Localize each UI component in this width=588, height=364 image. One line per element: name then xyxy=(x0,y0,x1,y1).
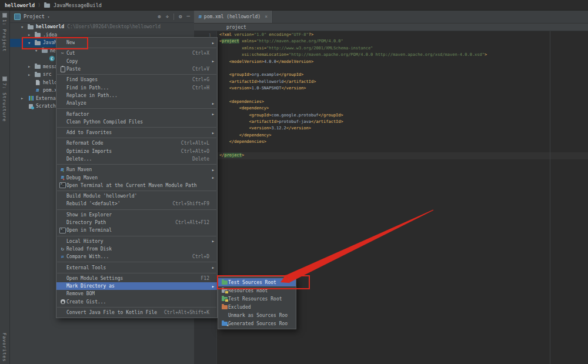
compare-icon: ⇄ xyxy=(59,253,66,260)
undefined-icon xyxy=(59,201,66,207)
scratch-icon xyxy=(27,103,34,109)
menu-item-reformat-code[interactable]: Reformat CodeCtrl+Alt+L xyxy=(56,139,217,147)
locate-file-icon[interactable]: ⊕ xyxy=(158,14,161,19)
project-panel-title[interactable]: Project xyxy=(24,14,45,19)
menu-item-label: Optimize Imports xyxy=(66,149,112,154)
code-line: </dependency> xyxy=(219,132,588,139)
menu-item-external-tools[interactable]: External Tools▶ xyxy=(56,263,217,271)
code-line: <artifactId>protobuf-java</artifactId> xyxy=(219,119,588,125)
menu-item-remove-bom[interactable]: Remove BOM xyxy=(56,290,217,298)
menu-item-replace-in-path[interactable]: Replace in Path... xyxy=(56,92,217,99)
menu-item-label: Test Sources Root xyxy=(228,280,276,285)
submenu-arrow-icon: ▶ xyxy=(209,131,214,135)
menu-item-label: Excluded xyxy=(228,305,251,310)
menu-item-run-maven[interactable]: m▸Run Maven▶ xyxy=(56,166,217,173)
collapse-all-icon[interactable]: ÷ xyxy=(166,14,169,19)
menu-item-unmark-as-sources-root[interactable]: Unmark as Sources Root xyxy=(218,311,296,319)
code-line xyxy=(219,65,588,72)
code-line: <?xml version="1.0" encoding="UTF-8"?> xyxy=(219,32,588,38)
stripe-project-button[interactable]: 1: Project xyxy=(2,13,7,52)
menu-item-open-terminal-at-the-current-maven-module-path[interactable]: Open Terminal at the Current Maven Modul… xyxy=(56,182,217,189)
menu-item-open-in-terminal[interactable]: Open in Terminal xyxy=(56,226,217,234)
title-module-name: JavaMessageBuild xyxy=(54,2,102,8)
menu-item-convert-java-file-to-kotlin-file[interactable]: Convert Java File to Kotlin FileCtrl+Alt… xyxy=(56,309,217,316)
folder-icon xyxy=(34,32,41,38)
menu-item-test-resources-root[interactable]: Test Resources Root xyxy=(218,295,296,303)
menu-item-label: Reload from Disk xyxy=(66,246,112,252)
menu-item-clean-python-compiled-files[interactable]: Clean Python Compiled Files xyxy=(56,118,217,126)
tree-item-helloworld[interactable]: ▼helloworldC:\Users\89264\Desktop\hellow… xyxy=(10,23,194,31)
chevron-collapsed-icon[interactable]: ▶ xyxy=(28,33,34,36)
menu-item-optimize-imports[interactable]: Optimize ImportsCtrl+Alt+O xyxy=(56,148,217,155)
menu-item-resources-root[interactable]: Resources Root xyxy=(218,286,296,295)
menu-item-add-to-favorites[interactable]: Add to Favorites▶ xyxy=(56,129,217,136)
menu-item-label: Create Gist... xyxy=(66,299,106,305)
menu-separator xyxy=(57,138,216,138)
code-line: <project xmlns="http://maven.apache.org/… xyxy=(219,38,588,45)
stripe-structure-button[interactable]: 7: Structure xyxy=(2,76,7,122)
undefined-icon xyxy=(59,129,66,136)
menu-item-directory-path[interactable]: Directory PathCtrl+Alt+F12 xyxy=(56,219,217,226)
code-lines: <?xml version="1.0" encoding="UTF-8"?><p… xyxy=(218,32,588,159)
menu-separator xyxy=(57,127,216,128)
menu-item-cut[interactable]: ✂CutCtrl+X xyxy=(56,49,217,57)
menu-item-find-usages[interactable]: Find UsagesCtrl+G xyxy=(56,76,217,84)
settings-gear-icon[interactable]: ⚙ xyxy=(179,14,182,19)
menu-item-delete[interactable]: Delete...Delete xyxy=(56,155,217,163)
tab-title: pom.xml (helloworld) xyxy=(204,14,260,19)
menu-item-create-gist[interactable]: Create Gist... xyxy=(56,298,217,306)
menu-item-label: Run Maven xyxy=(66,167,92,172)
menu-item-label: Convert Java File to Kotlin File xyxy=(66,310,157,315)
mark-directory-as-submenu: Test Sources RootResources RootTest Reso… xyxy=(218,276,296,329)
chevron-collapsed-icon[interactable]: ▶ xyxy=(21,96,27,100)
breadcrumb-project[interactable]: project xyxy=(226,25,246,30)
code-line: <dependency> xyxy=(219,105,588,112)
chevron-collapsed-icon[interactable]: ▶ xyxy=(28,73,34,76)
undefined-icon xyxy=(59,193,66,199)
menu-item-test-sources-root[interactable]: Test Sources Root xyxy=(218,278,296,286)
menu-item-new[interactable]: New▶ xyxy=(56,39,217,46)
maven-run-icon: m▸ xyxy=(59,166,66,173)
code-line: <groupId>com.google.protobuf</groupId> xyxy=(219,112,588,119)
chevron-expanded-icon[interactable]: ▼ xyxy=(35,49,41,52)
code-line: <modelVersion>4.0.0</modelVersion> xyxy=(219,59,588,65)
submenu-arrow-icon: ▶ xyxy=(209,102,214,105)
menu-item-paste[interactable]: PasteCtrl+V xyxy=(56,65,217,73)
menu-item-show-in-explorer[interactable]: Show in Explorer xyxy=(56,211,217,219)
menu-item-label: Open Terminal at the Current Maven Modul… xyxy=(66,183,197,188)
ide-window: helloworld ⟩ JavaMessageBuild 1: Project… xyxy=(0,0,588,364)
hide-panel-icon[interactable]: ─ xyxy=(187,14,190,19)
menu-item-compare-with[interactable]: ⇄Compare With...Ctrl+D xyxy=(56,253,217,261)
menu-item-refactor[interactable]: Refactor▶ xyxy=(56,110,217,118)
folder-resources-icon xyxy=(220,288,228,294)
code-line: <version>3.12.2</version> xyxy=(219,125,588,132)
menu-item-debug-maven[interactable]: m●Debug Maven▶ xyxy=(56,173,217,181)
toolbar-divider xyxy=(173,14,174,20)
menu-item-analyze[interactable]: Analyze▶ xyxy=(56,99,217,107)
menu-item-reload-from-disk[interactable]: ↻Reload from Disk xyxy=(56,245,217,253)
code-line: </dependencies> xyxy=(219,139,588,145)
context-menu: New▶✂CutCtrl+XCopy▶PasteCtrl+VFind Usage… xyxy=(56,37,218,318)
menu-item-build-module-helloworld[interactable]: Build Module 'helloworld' xyxy=(56,192,217,200)
menu-item-find-in-path[interactable]: Find in Path...Ctrl+H xyxy=(56,84,217,91)
menu-item-generated-sources-root[interactable]: Generated Sources Root xyxy=(218,319,296,328)
chevron-expanded-icon[interactable]: ▼ xyxy=(21,25,27,29)
menu-item-rebuild-default[interactable]: Rebuild '<default>'Ctrl+Shift+F9 xyxy=(56,200,217,208)
menu-item-label: Refactor xyxy=(66,112,89,117)
menu-item-label: Unmark as Sources Root xyxy=(228,313,288,318)
menu-item-label: Open in Terminal xyxy=(66,228,112,233)
chevron-collapsed-icon[interactable]: ▶ xyxy=(28,65,34,68)
menu-item-open-module-settings[interactable]: Open Module SettingsF12 xyxy=(56,275,217,282)
submenu-arrow-icon: ▶ xyxy=(209,266,214,269)
menu-item-mark-directory-as[interactable]: Mark Directory as▶ xyxy=(56,282,217,290)
menu-item-copy[interactable]: Copy▶ xyxy=(56,58,217,65)
stripe-favorites-button[interactable]: Favorites xyxy=(2,333,7,362)
chevron-expanded-icon[interactable]: ▼ xyxy=(28,41,34,45)
menu-item-label: Rebuild '<default>' xyxy=(66,201,121,206)
menu-item-shortcut: F12 xyxy=(201,276,209,281)
menu-item-label: Compare With... xyxy=(66,254,109,259)
menu-item-local-history[interactable]: Local History▶ xyxy=(56,238,217,245)
close-tab-icon[interactable]: × xyxy=(265,14,268,19)
menu-item-excluded[interactable]: Excluded xyxy=(218,303,296,311)
tab-pom-xml[interactable]: m pom.xml (helloworld) × xyxy=(194,11,273,23)
